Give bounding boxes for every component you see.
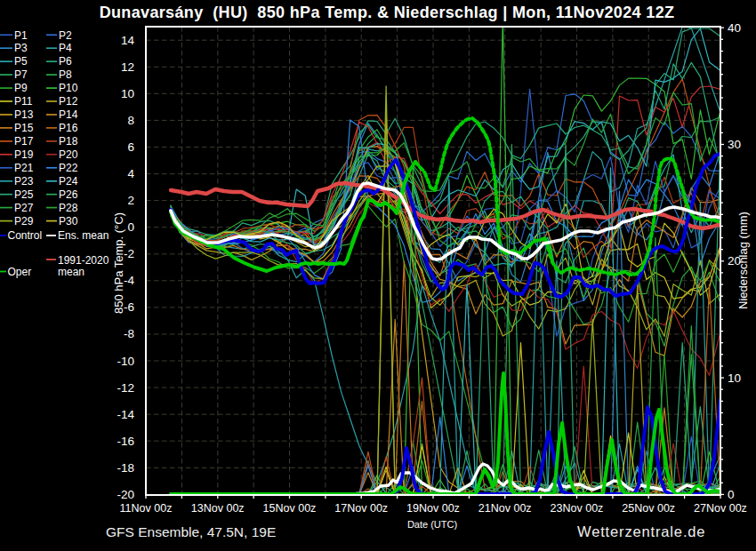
svg-text:21Nov 00z: 21Nov 00z xyxy=(479,502,532,515)
svg-text:17Nov 00z: 17Nov 00z xyxy=(334,502,388,515)
svg-text:GFS Ensemble, 47.5N, 19E: GFS Ensemble, 47.5N, 19E xyxy=(106,524,276,539)
svg-text:19Nov 00z: 19Nov 00z xyxy=(406,502,460,515)
svg-text:P24: P24 xyxy=(59,175,78,188)
svg-text:Wetterzentrale.de: Wetterzentrale.de xyxy=(577,523,705,539)
svg-text:2: 2 xyxy=(127,194,134,207)
svg-text:P13: P13 xyxy=(14,108,34,121)
svg-text:P29: P29 xyxy=(14,215,34,228)
svg-text:-18: -18 xyxy=(117,461,134,475)
svg-text:P1: P1 xyxy=(14,29,28,42)
svg-text:-8: -8 xyxy=(124,327,134,340)
svg-text:-6: -6 xyxy=(124,300,134,314)
svg-text:P28: P28 xyxy=(59,202,78,214)
svg-text:-12: -12 xyxy=(117,381,134,395)
svg-text:-20: -20 xyxy=(117,488,134,501)
svg-text:Niederschlag (mm): Niederschlag (mm) xyxy=(736,212,750,309)
svg-text:P17: P17 xyxy=(14,135,34,148)
svg-text:P5: P5 xyxy=(14,55,28,68)
svg-text:-4: -4 xyxy=(124,274,134,287)
svg-text:P20: P20 xyxy=(59,148,78,161)
svg-text:27Nov 00z: 27Nov 00z xyxy=(694,502,747,515)
svg-text:13Nov 00z: 13Nov 00z xyxy=(191,502,245,515)
svg-text:P6: P6 xyxy=(59,55,72,68)
svg-text:P2: P2 xyxy=(59,29,72,42)
svg-text:P19: P19 xyxy=(14,148,34,161)
svg-text:P26: P26 xyxy=(59,188,78,201)
svg-text:P4: P4 xyxy=(59,42,72,54)
svg-text:11Nov 00z: 11Nov 00z xyxy=(120,502,173,515)
svg-text:P21: P21 xyxy=(14,162,34,174)
svg-text:P8: P8 xyxy=(59,68,72,81)
svg-text:6: 6 xyxy=(127,140,134,154)
svg-text:12: 12 xyxy=(121,60,134,74)
svg-text:Date (UTC): Date (UTC) xyxy=(407,519,457,530)
svg-text:-2: -2 xyxy=(124,247,134,260)
svg-text:4: 4 xyxy=(127,167,134,180)
svg-text:P3: P3 xyxy=(14,42,28,54)
svg-text:P12: P12 xyxy=(59,95,78,108)
svg-text:P25: P25 xyxy=(14,188,34,201)
svg-text:-16: -16 xyxy=(117,435,134,448)
svg-text:P11: P11 xyxy=(14,95,33,108)
svg-text:-10: -10 xyxy=(117,355,134,368)
svg-text:P30: P30 xyxy=(59,215,78,228)
svg-text:850 hPa Temp. (°C): 850 hPa Temp. (°C) xyxy=(112,212,125,314)
svg-text:23Nov 00z: 23Nov 00z xyxy=(551,502,604,515)
svg-text:P14: P14 xyxy=(59,108,78,121)
svg-text:1991-2020: 1991-2020 xyxy=(58,254,109,267)
svg-text:-14: -14 xyxy=(117,408,134,421)
svg-text:P18: P18 xyxy=(59,135,78,148)
svg-text:P7: P7 xyxy=(14,68,28,81)
svg-text:P27: P27 xyxy=(14,202,34,214)
svg-text:mean: mean xyxy=(58,266,84,278)
svg-text:Dunavarsány (HU) 850 hPa Tem: Dunavarsány (HU) 850 hPa Temp. & Nieders… xyxy=(100,4,675,21)
svg-text:10: 10 xyxy=(121,87,134,100)
svg-text:25Nov 00z: 25Nov 00z xyxy=(622,502,675,515)
svg-text:0: 0 xyxy=(728,488,735,501)
svg-text:P15: P15 xyxy=(14,122,34,134)
svg-text:0: 0 xyxy=(127,220,134,234)
svg-text:P16: P16 xyxy=(59,122,78,134)
svg-text:15Nov 00z: 15Nov 00z xyxy=(263,502,317,515)
svg-text:14: 14 xyxy=(121,34,135,47)
svg-text:Ens. mean: Ens. mean xyxy=(58,229,109,242)
svg-text:40: 40 xyxy=(728,21,741,35)
svg-text:P23: P23 xyxy=(14,175,34,188)
svg-text:P10: P10 xyxy=(59,82,78,94)
svg-text:10: 10 xyxy=(728,371,741,385)
svg-text:P22: P22 xyxy=(59,162,78,174)
svg-text:8: 8 xyxy=(127,114,134,127)
svg-text:P9: P9 xyxy=(14,82,28,94)
svg-text:30: 30 xyxy=(728,138,741,151)
svg-text:Oper: Oper xyxy=(8,266,32,278)
svg-text:Control: Control xyxy=(8,229,43,242)
